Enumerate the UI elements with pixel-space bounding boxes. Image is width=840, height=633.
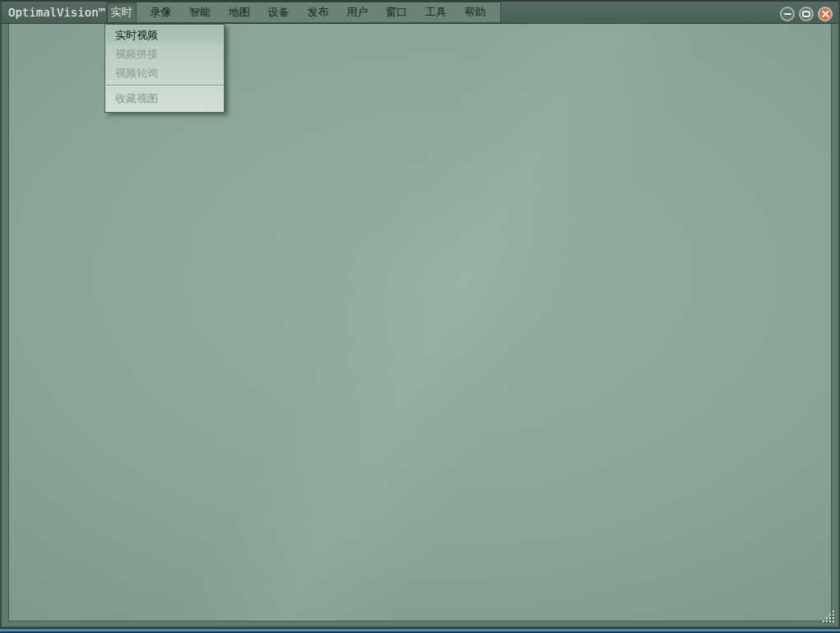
taskbar-edge — [0, 628, 840, 633]
menu-item-recording[interactable]: 录像 — [146, 2, 175, 22]
dropdown-separator — [106, 85, 223, 86]
close-icon — [821, 10, 830, 19]
maximize-button[interactable] — [799, 7, 814, 21]
minimize-icon — [784, 13, 791, 15]
menu-item-user[interactable]: 用户 — [343, 2, 372, 22]
menu-item-map[interactable]: 地图 — [225, 2, 253, 22]
minimize-button[interactable] — [780, 7, 795, 21]
maximize-icon — [802, 11, 810, 17]
resize-grip-icon[interactable] — [823, 611, 836, 624]
menu-item-publish[interactable]: 发布 — [304, 2, 332, 22]
dropdown-item-live-video[interactable]: 实时视频 — [106, 26, 223, 44]
menu-item-device[interactable]: 设备 — [264, 2, 293, 22]
window-frame — [0, 24, 840, 628]
menu-item-window[interactable]: 窗口 — [383, 2, 411, 22]
dropdown-item-favorite-views: 收藏视图 — [106, 89, 223, 108]
menu-item-intelligence[interactable]: 智能 — [186, 2, 215, 22]
client-area — [8, 24, 832, 621]
menu-item-tools[interactable]: 工具 — [421, 2, 450, 22]
screen: OptimalVision™ 实时 录像 智能 地图 设备 发布 用户 窗口 工… — [0, 0, 840, 633]
dropdown-item-video-stitching: 视频拼接 — [106, 44, 223, 63]
menu-item-realtime[interactable]: 实时 — [107, 2, 136, 22]
app-title: OptimalVision™ — [8, 2, 105, 23]
dropdown-menu-realtime: 实时视频 视频拼接 视频轮询 收藏视图 — [104, 24, 225, 113]
titlebar: OptimalVision™ 实时 录像 智能 地图 设备 发布 用户 窗口 工… — [0, 0, 840, 24]
dropdown-item-video-polling: 视频轮询 — [106, 63, 223, 82]
menu-item-help[interactable]: 帮助 — [461, 2, 490, 22]
close-button[interactable] — [818, 7, 833, 21]
menubar: 实时 录像 智能 地图 设备 发布 用户 窗口 工具 帮助 — [106, 2, 501, 23]
